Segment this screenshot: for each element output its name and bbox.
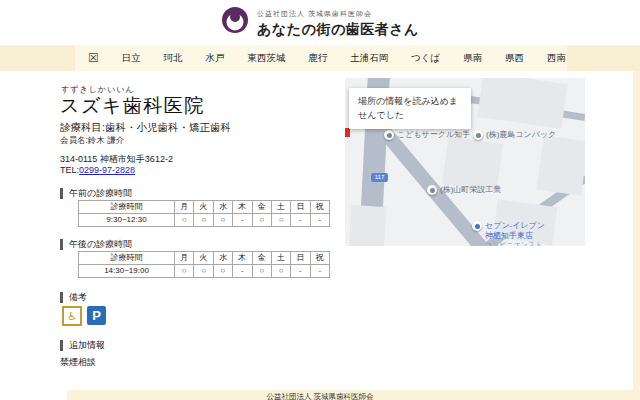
facility-icons: ♿ P — [62, 306, 106, 326]
day-header: 祝 — [310, 201, 329, 214]
day-header: 金 — [252, 252, 271, 265]
map-building — [442, 136, 503, 191]
dental-association-logo-icon — [221, 6, 249, 34]
nav-item-hitachi[interactable]: 日立 — [122, 52, 141, 65]
morning-mark: - — [310, 214, 329, 227]
clinic-name: スズキ歯科医院 — [60, 93, 205, 119]
poi-kashima-conpack[interactable]: (株)鹿島コンバック — [473, 130, 556, 140]
morning-mark: - — [233, 214, 252, 227]
day-header: 水 — [213, 252, 232, 265]
nav-item-seinan[interactable]: 西南 — [547, 52, 566, 65]
afternoon-mark: ○ — [213, 265, 232, 278]
tel-label: TEL: — [60, 165, 79, 175]
day-header: 火 — [194, 201, 213, 214]
nav-item-rokko[interactable]: 鹿行 — [308, 52, 327, 65]
poi-marker-icon — [472, 221, 482, 231]
day-header: 土 — [271, 252, 290, 265]
site-header: 公益社団法人 茨城県歯科医師会 あなたの街の歯医者さん — [0, 0, 640, 45]
nav-item-tozai-ibaraki[interactable]: 東西茨城 — [247, 52, 285, 65]
clinic-departments: 診療科目:歯科・小児歯科・矯正歯科 — [60, 121, 231, 135]
nav-item-mito[interactable]: 水戸 — [205, 52, 224, 65]
additional-info-text: 禁煙相談 — [60, 356, 96, 369]
nav-item-kennan[interactable]: 県南 — [463, 52, 482, 65]
day-header: 月 — [175, 252, 194, 265]
wheelchair-accessible-icon: ♿ — [62, 306, 82, 326]
afternoon-hours-table: 診療時間 月 火 水 木 金 土 日 祝 14:30~19:00 ○ ○ ○ -… — [78, 251, 330, 278]
clinic-member-name: 会員名:鈴木 謙介 — [60, 135, 124, 147]
day-header: 月 — [175, 201, 194, 214]
afternoon-mark: - — [310, 265, 329, 278]
day-header: 日 — [291, 201, 310, 214]
afternoon-time-range: 14:30~19:00 — [79, 265, 175, 278]
afternoon-mark: - — [233, 265, 252, 278]
additional-info-title: 追加情報 — [60, 340, 105, 351]
time-header-cell: 診療時間 — [79, 201, 175, 214]
morning-mark: ○ — [175, 214, 194, 227]
afternoon-hours-title: 午後の診療時間 — [60, 239, 132, 250]
poi-kodomo-circle[interactable]: こどもサークル知手 — [384, 130, 470, 140]
morning-hours-table: 診療時間 月 火 水 木 金 土 日 祝 9:30~12:30 ○ ○ ○ - … — [78, 200, 330, 227]
map-building — [536, 135, 585, 196]
day-header: 木 — [233, 201, 252, 214]
poi-yamamachi-kogyo[interactable]: (株)山町栄設工業 — [427, 185, 501, 195]
region-nav: ☒ 日立 珂北 水戸 東西茨城 鹿行 土浦石岡 つくば 県南 県西 西南 — [0, 45, 640, 71]
day-header: 土 — [271, 201, 290, 214]
clipped-map-marker — [345, 128, 350, 137]
page: 公益社団法人 茨城県歯科医師会 あなたの街の歯医者さん ☒ 日立 珂北 水戸 東… — [0, 0, 640, 400]
nav-item-kensei[interactable]: 県西 — [505, 52, 524, 65]
morning-mark: ○ — [194, 214, 213, 227]
afternoon-mark: ○ — [194, 265, 213, 278]
map-canvas[interactable]: 117 場所の情報を読み込めませんでした こどもサークル知手 (株)鹿島コンバッ… — [345, 78, 585, 246]
poi-marker-icon — [427, 185, 437, 195]
poi-marker-icon — [384, 130, 394, 140]
parking-icon: P — [87, 306, 106, 325]
day-header: 日 — [291, 252, 310, 265]
afternoon-mark: - — [291, 265, 310, 278]
day-header: 祝 — [310, 252, 329, 265]
afternoon-mark: ○ — [252, 265, 271, 278]
page-right-margin — [633, 71, 640, 400]
tel-link[interactable]: 0299-97-2828 — [79, 165, 135, 175]
site-logo[interactable]: 公益社団法人 茨城県歯科医師会 あなたの街の歯医者さん — [0, 6, 640, 39]
nav-item-kahoku[interactable]: 珂北 — [164, 52, 183, 65]
time-header-cell: 診療時間 — [79, 252, 175, 265]
poi-seven-eleven[interactable]: セブン-イレブン 神栖知手東店 コンビニエンスト — [472, 221, 545, 246]
morning-hours-title: 午前の診療時間 — [60, 188, 132, 199]
morning-mark: - — [291, 214, 310, 227]
home-broken-image-icon[interactable]: ☒ — [88, 45, 99, 71]
morning-mark: ○ — [271, 214, 290, 227]
day-header: 金 — [252, 201, 271, 214]
day-header: 火 — [194, 252, 213, 265]
route-117-shield: 117 — [371, 173, 388, 182]
map-error-message: 場所の情報を読み込めませんでした — [349, 88, 471, 129]
footer-org-name: 公益社団法人 茨城県歯科医師会 — [0, 392, 640, 400]
map-building — [349, 205, 386, 246]
morning-mark: ○ — [213, 214, 232, 227]
poi-marker-icon — [473, 130, 483, 140]
afternoon-mark: ○ — [175, 265, 194, 278]
map-building — [477, 78, 567, 129]
day-header: 木 — [233, 252, 252, 265]
site-title: あなたの街の歯医者さん — [257, 21, 419, 39]
clinic-tel-line: TEL:0299-97-2828 — [60, 165, 135, 175]
nav-item-tsuchiura-ishioka[interactable]: 土浦石岡 — [350, 52, 388, 65]
remarks-title: 備考 — [60, 292, 87, 303]
day-header: 水 — [213, 201, 232, 214]
nav-item-tsukuba[interactable]: つくば — [411, 52, 440, 65]
afternoon-mark: ○ — [271, 265, 290, 278]
morning-mark: ○ — [252, 214, 271, 227]
org-name: 公益社団法人 茨城県歯科医師会 — [257, 9, 419, 19]
morning-time-range: 9:30~12:30 — [79, 214, 175, 227]
